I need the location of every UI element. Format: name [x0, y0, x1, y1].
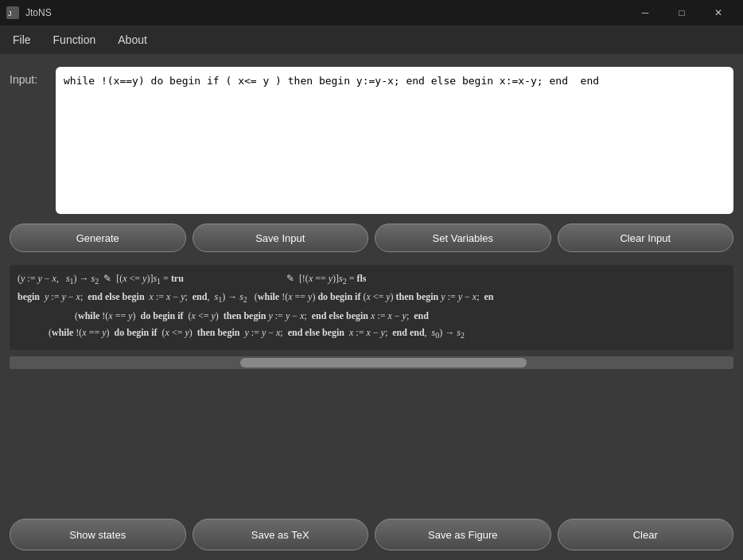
title-bar-left: J JtoNS — [6, 6, 52, 19]
svg-text:J: J — [8, 10, 12, 18]
output-area: (y := y − x, s1) → s2 ✎ [(x <= y)]s1 = t… — [10, 265, 733, 350]
input-textarea[interactable] — [56, 67, 733, 214]
clear-button[interactable]: Clear — [558, 519, 734, 550]
save-tex-button[interactable]: Save as TeX — [193, 519, 369, 550]
output-line-2: begin y := y − x; end else begin x := x … — [18, 290, 725, 306]
generate-button[interactable]: Generate — [10, 224, 186, 252]
input-section: Input: — [10, 67, 733, 214]
output-line-3: (while !(x == y) do begin if (x <= y) th… — [18, 309, 725, 324]
toolbar: Generate Save Input Set Variables Clear … — [10, 224, 733, 252]
show-states-button[interactable]: Show states — [10, 519, 186, 550]
app-title: JtoNS — [25, 7, 52, 18]
title-bar-controls: ─ □ ✕ — [627, 0, 737, 25]
app-icon: J — [6, 6, 19, 19]
output-line-1: (y := y − x, s1) → s2 ✎ [(x <= y)]s1 = t… — [18, 271, 725, 288]
horizontal-scrollbar[interactable] — [10, 356, 733, 369]
menu-bar: File Function About — [0, 25, 743, 54]
save-input-button[interactable]: Save Input — [193, 224, 369, 252]
set-variables-button[interactable]: Set Variables — [375, 224, 551, 252]
scrollbar-thumb[interactable] — [240, 358, 527, 368]
title-bar: J JtoNS ─ □ ✕ — [0, 0, 743, 25]
main-content: Input: Generate Save Input Set Variables… — [0, 54, 743, 430]
bottom-toolbar: Show states Save as TeX Save as Figure C… — [10, 519, 733, 550]
menu-function[interactable]: Function — [44, 30, 106, 49]
menu-about[interactable]: About — [108, 30, 157, 49]
clear-input-button[interactable]: Clear Input — [558, 224, 734, 252]
minimize-button[interactable]: ─ — [627, 0, 663, 25]
input-label: Input: — [10, 67, 48, 86]
menu-file[interactable]: File — [3, 30, 41, 49]
save-figure-button[interactable]: Save as Figure — [375, 519, 551, 550]
maximize-button[interactable]: □ — [663, 0, 700, 25]
close-button[interactable]: ✕ — [700, 0, 737, 25]
output-line-4: (while !(x == y) do begin if (x <= y) th… — [18, 325, 725, 342]
